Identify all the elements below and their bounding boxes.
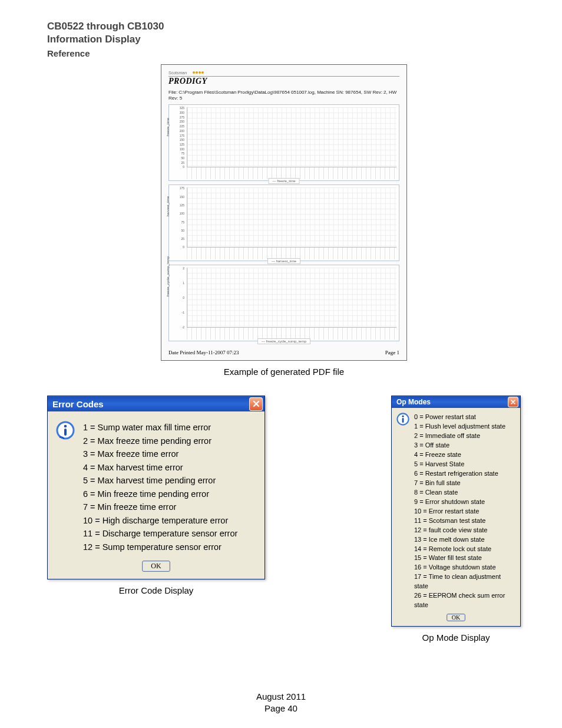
- op-dialog-title: Op Modes: [396, 398, 431, 406]
- list-item: 4 = Max harvest time error: [83, 461, 237, 474]
- list-item: 11 = Scotsman test state: [414, 516, 514, 526]
- info-icon: [56, 421, 75, 440]
- list-item: 10 = Error restart state: [414, 507, 514, 516]
- list-item: 5 = Max harvest time pending error: [83, 474, 237, 487]
- list-item: 14 = Remote lock out state: [414, 545, 514, 554]
- list-item: 13 = Ice melt down state: [414, 535, 514, 545]
- info-icon: [396, 413, 409, 426]
- list-item: 17 = Time to clean adjustment state: [414, 572, 514, 591]
- op-list: 0 = Power restart stat1 = Flush level ad…: [414, 413, 514, 610]
- op-modes-dialog: Op Modes 0 = Pow: [391, 396, 521, 627]
- pdf-page: Scotsman PRODIGY File: C:\Program Files\…: [161, 64, 407, 361]
- list-item: 11 = Discharge temperature sensor error: [83, 527, 237, 540]
- list-item: 0 = Power restart stat: [414, 413, 514, 422]
- error-dialog-title: Error Codes: [52, 399, 104, 409]
- footer-page: Page 40: [0, 703, 562, 714]
- list-item: 10 = High discharge temperature error: [83, 514, 237, 527]
- svg-rect-5: [402, 418, 404, 423]
- list-item: 5 = Harvest State: [414, 460, 514, 469]
- chart-1: harvest_time1751501251007550250— harvest…: [168, 185, 399, 261]
- pdf-caption: Example of generated PDF file: [161, 367, 407, 377]
- error-ok-button[interactable]: OK: [142, 561, 170, 572]
- list-item: 7 = Bin full state: [414, 479, 514, 488]
- chart-grid: [187, 107, 396, 167]
- list-item: 3 = Max freeze time error: [83, 447, 237, 460]
- op-dialog-caption: Op Mode Display: [422, 633, 490, 643]
- list-item: 15 = Water fill test state: [414, 554, 514, 563]
- chart-2: freeze_cycle_sump_temp210-1-2— freeze_cy…: [168, 265, 399, 341]
- list-item: 6 = Restart refrigeration state: [414, 469, 514, 479]
- list-item: 1 = Flush level adjustment state: [414, 422, 514, 431]
- brand-dots: [193, 71, 204, 74]
- list-item: 16 = Voltage shutdown state: [414, 563, 514, 572]
- error-dialog-caption: Error Code Display: [119, 585, 194, 595]
- chart-y-axis: 3253002752502252001751501251007550250: [169, 105, 186, 169]
- list-item: 7 = Min freeze time error: [83, 500, 237, 513]
- chart-x-ticks: [187, 248, 396, 259]
- chart-grid: [187, 268, 396, 328]
- footer-date: August 2011: [0, 691, 562, 703]
- doc-reference: Reference: [47, 48, 521, 58]
- brand-small: Scotsman: [168, 71, 187, 75]
- close-error-button[interactable]: [249, 397, 263, 411]
- list-item: 3 = Off state: [414, 441, 514, 450]
- list-item: 2 = Immediate off state: [414, 431, 514, 441]
- svg-point-4: [402, 416, 404, 417]
- list-item: 12 = Sump temperature sensor error: [83, 541, 237, 554]
- pdf-page-num: Page 1: [385, 350, 399, 355]
- chart-legend: — freeze_cycle_sump_temp: [257, 338, 310, 344]
- list-item: 9 = Error shutdown state: [414, 498, 514, 507]
- error-dialog-titlebar: Error Codes: [48, 396, 265, 411]
- chart-legend: — freeze_time: [268, 178, 299, 184]
- op-ok-button[interactable]: OK: [447, 614, 465, 621]
- chart-0: freeze_time32530027525022520017515012510…: [168, 104, 399, 181]
- error-codes-dialog: Error Codes: [47, 396, 265, 579]
- chart-y-axis: 1751501251007550250: [169, 185, 186, 249]
- file-info: File: C:\Program Files\Scotsman Prodigy\…: [168, 90, 399, 101]
- chart-x-ticks: [187, 328, 396, 340]
- svg-rect-2: [64, 429, 67, 436]
- svg-point-1: [64, 425, 67, 428]
- chart-grid: [187, 187, 396, 248]
- doc-title-line2: Information Display: [47, 33, 521, 46]
- pdf-example-figure: Scotsman PRODIGY File: C:\Program Files\…: [161, 64, 407, 377]
- error-list: 1 = Sump water max fill time error2 = Ma…: [83, 421, 237, 554]
- close-op-button[interactable]: [508, 397, 518, 407]
- chart-y-axis: 210-1-2: [169, 265, 186, 329]
- chart-x-ticks: [187, 167, 396, 179]
- brand-logo: PRODIGY: [168, 77, 399, 86]
- page-footer: August 2011 Page 40: [0, 691, 562, 714]
- charts: freeze_time32530027525022520017515012510…: [168, 104, 399, 341]
- list-item: 12 = fault code view state: [414, 526, 514, 535]
- list-item: 2 = Max freeze time pending error: [83, 434, 237, 447]
- pdf-print-date: Date Printed May-11-2007 07:23: [168, 350, 239, 355]
- list-item: 8 = Clean state: [414, 488, 514, 498]
- close-icon: [510, 399, 516, 405]
- list-item: 6 = Min freeze time pending error: [83, 487, 237, 500]
- list-item: 26 = EEPROM check sum error state: [414, 591, 514, 610]
- list-item: 4 = Freeze state: [414, 450, 514, 460]
- list-item: 1 = Sump water max fill time error: [83, 421, 237, 434]
- chart-legend: — harvest_time: [267, 258, 300, 264]
- close-icon: [252, 400, 260, 408]
- op-dialog-titlebar: Op Modes: [392, 396, 520, 408]
- doc-title-line1: CB0522 through CB1030: [47, 20, 521, 33]
